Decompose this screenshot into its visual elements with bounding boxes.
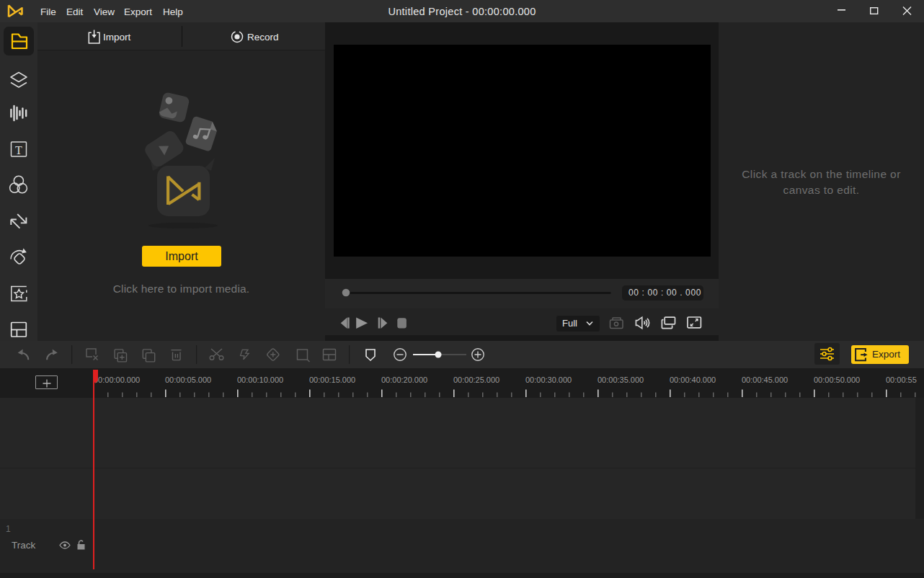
svg-text:T: T — [15, 144, 22, 156]
